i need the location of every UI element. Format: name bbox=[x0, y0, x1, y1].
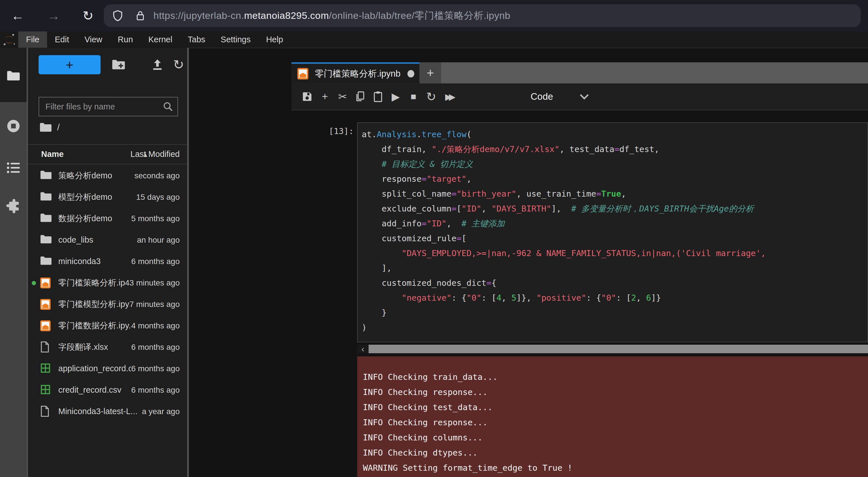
code-line: at.Analysis.tree_flow( bbox=[362, 127, 867, 142]
refresh-file-list-button[interactable]: ↻ bbox=[172, 57, 186, 72]
upload-files-button[interactable] bbox=[150, 57, 164, 72]
insert-cell-button[interactable]: + bbox=[316, 88, 334, 106]
file-icon bbox=[40, 406, 50, 417]
file-last-modified: 43 minutes ago bbox=[125, 278, 180, 288]
file-row[interactable]: 数据分析demo5 months ago bbox=[28, 208, 187, 229]
cell-output-area: INFO Checking train_data...INFO Checking… bbox=[357, 356, 868, 477]
tracking-shield-icon[interactable] bbox=[112, 10, 124, 22]
kernel-running-dot bbox=[32, 281, 36, 285]
unsaved-changes-dot[interactable] bbox=[407, 70, 414, 78]
file-name: 零门槛模型分析.ipy... bbox=[58, 299, 129, 310]
file-name: Miniconda3-latest-L... bbox=[58, 407, 142, 416]
cut-cells-button[interactable]: ✂ bbox=[334, 88, 351, 106]
cell-type-dropdown[interactable]: Code bbox=[531, 91, 589, 102]
menu-item-edit[interactable]: Edit bbox=[47, 31, 77, 48]
folder-icon bbox=[40, 256, 52, 266]
file-row[interactable]: application_record.c...6 months ago bbox=[28, 358, 187, 379]
folder-icon bbox=[40, 170, 52, 180]
run-cell-button[interactable]: ▶ bbox=[387, 88, 405, 106]
file-icon bbox=[40, 341, 50, 353]
file-last-modified: 6 months ago bbox=[131, 257, 180, 266]
code-cell-editor[interactable]: at.Analysis.tree_flow( df_train, "./策略分析… bbox=[357, 122, 868, 342]
file-row[interactable]: 零门槛策略分析.ipy...43 minutes ago bbox=[28, 272, 187, 294]
browser-back-button[interactable]: ← bbox=[6, 0, 29, 31]
running-sessions-icon[interactable] bbox=[0, 119, 27, 133]
output-log-lines: INFO Checking train_data...INFO Checking… bbox=[357, 356, 868, 477]
file-list: 策略分析demoseconds ago模型分析demo15 days ago数据… bbox=[28, 165, 187, 422]
tab-title: 零门槛策略分析.ipynb bbox=[315, 68, 403, 80]
output-line: INFO Checking train_data... bbox=[363, 369, 868, 385]
file-row[interactable]: credit_record.csv6 months ago bbox=[28, 379, 187, 401]
menu-items: FileEditViewRunKernelTabsSettingsHelp bbox=[18, 31, 291, 48]
breadcrumb[interactable]: / bbox=[39, 119, 60, 135]
file-row[interactable]: 字段翻译.xlsx6 months ago bbox=[28, 336, 187, 358]
dock-tab-bar: 零门槛策略分析.ipynb + bbox=[291, 62, 868, 84]
menu-item-settings[interactable]: Settings bbox=[213, 31, 258, 48]
notebook-icon bbox=[40, 277, 51, 289]
browser-toolbar: ← → ↻ https://jupyterlab-cn.metanoia8295… bbox=[0, 0, 868, 31]
copy-cells-button[interactable] bbox=[351, 88, 369, 106]
execution-count-prompt: [13]: bbox=[322, 126, 354, 136]
file-browser-icon[interactable] bbox=[0, 70, 27, 82]
menu-item-run[interactable]: Run bbox=[110, 31, 141, 48]
column-header-name[interactable]: Name bbox=[41, 149, 64, 159]
file-row[interactable]: Miniconda3-latest-L...a year ago bbox=[28, 401, 187, 422]
menu-item-file[interactable]: File bbox=[18, 31, 47, 48]
menu-item-view[interactable]: View bbox=[77, 31, 110, 48]
code-line: "negative": {"0": [4, 5]}, "positive": {… bbox=[362, 290, 867, 305]
notebook-icon bbox=[297, 67, 309, 80]
menu-item-tabs[interactable]: Tabs bbox=[180, 31, 213, 48]
file-row[interactable]: code_libsan hour ago bbox=[28, 229, 187, 251]
breadcrumb-root[interactable]: / bbox=[57, 122, 60, 132]
output-line: INFO Checking test_data... bbox=[363, 400, 868, 415]
paste-cells-button[interactable] bbox=[369, 88, 387, 106]
file-list-header: Name ▲ Last Modified bbox=[28, 144, 187, 164]
file-name: 策略分析demo bbox=[58, 170, 134, 181]
code-line: customized_rule=[ bbox=[362, 231, 867, 246]
file-row[interactable]: 零门槛模型分析.ipy...7 minutes ago bbox=[28, 294, 187, 315]
tab-notebook[interactable]: 零门槛策略分析.ipynb bbox=[291, 62, 420, 84]
file-row[interactable]: 策略分析demoseconds ago bbox=[28, 165, 187, 186]
code-line: split_col_name="birth_year", use_train_t… bbox=[362, 186, 867, 201]
restart-run-all-button[interactable]: ▶▶ bbox=[440, 88, 458, 106]
lock-icon[interactable] bbox=[134, 10, 146, 22]
menu-item-kernel[interactable]: Kernel bbox=[141, 31, 180, 48]
file-last-modified: 6 months ago bbox=[131, 343, 180, 352]
restart-kernel-button[interactable]: ↻ bbox=[422, 88, 440, 106]
column-header-last-modified[interactable]: Last Modified bbox=[131, 149, 180, 159]
file-row[interactable]: 模型分析demo15 days ago bbox=[28, 186, 187, 208]
extensions-icon[interactable] bbox=[0, 199, 27, 213]
file-row[interactable]: 零门槛数据分析.ipy...4 months ago bbox=[28, 315, 187, 336]
file-row[interactable]: miniconda36 months ago bbox=[28, 251, 187, 272]
interrupt-kernel-button[interactable]: ■ bbox=[405, 88, 422, 106]
table-of-contents-icon[interactable] bbox=[0, 161, 27, 174]
file-last-modified: seconds ago bbox=[134, 171, 180, 180]
code-line: df_train, "./策略分析demo/v7/v7.xlsx", test_… bbox=[362, 142, 867, 157]
new-tab-button[interactable]: + bbox=[420, 62, 441, 84]
menu-item-help[interactable]: Help bbox=[258, 31, 291, 48]
panel-divider[interactable] bbox=[187, 48, 189, 477]
jupyter-logo bbox=[0, 31, 18, 48]
browser-reload-button[interactable]: ↻ bbox=[76, 0, 99, 31]
save-button[interactable] bbox=[298, 88, 316, 106]
browser-address-bar[interactable]: https://jupyterlab-cn.metanoia8295.com/o… bbox=[104, 4, 861, 27]
notebook-icon bbox=[40, 298, 51, 310]
scroll-left-button[interactable]: ‹ bbox=[357, 345, 369, 353]
file-name: 零门槛数据分析.ipy... bbox=[58, 320, 131, 331]
home-folder-icon bbox=[39, 122, 52, 132]
file-browser-panel: + ↻ / Name ▲ Last Modified 策略分析demosecon… bbox=[28, 48, 187, 477]
notebook-toolbar: + ✂ ▶ ■ ↻ ▶▶ Code bbox=[291, 84, 868, 110]
file-name: code_libs bbox=[58, 235, 137, 245]
scrollbar-track[interactable] bbox=[369, 345, 868, 353]
output-line: INFO Checking columns... bbox=[363, 430, 868, 445]
file-last-modified: 15 days ago bbox=[136, 192, 180, 202]
new-folder-button[interactable] bbox=[112, 57, 126, 72]
new-launcher-button[interactable]: + bbox=[38, 55, 100, 74]
output-line: WARNING Setting format_time_edge to True… bbox=[363, 460, 868, 476]
filter-files-input[interactable] bbox=[39, 97, 178, 116]
filter-files-box bbox=[38, 97, 178, 116]
file-name: 模型分析demo bbox=[58, 191, 136, 203]
file-name: 数据分析demo bbox=[58, 213, 131, 225]
browser-forward-button[interactable]: → bbox=[42, 0, 65, 31]
left-sidebar-strip bbox=[0, 48, 27, 477]
